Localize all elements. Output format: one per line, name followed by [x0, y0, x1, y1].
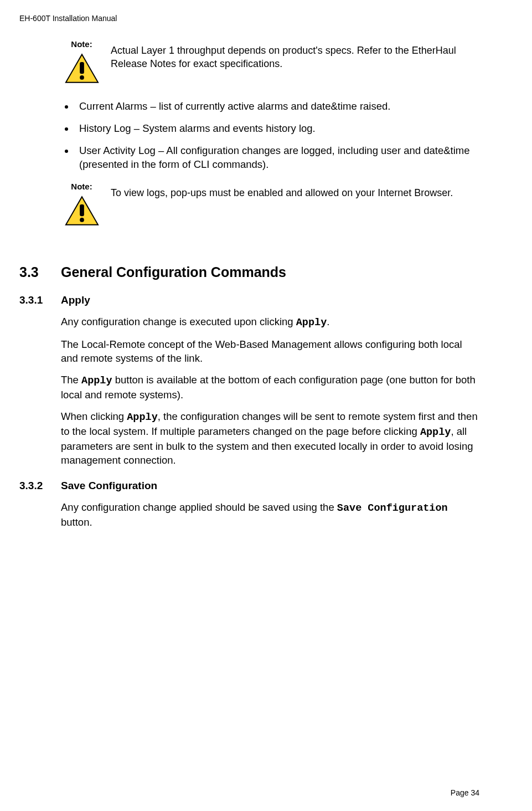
text: . — [327, 316, 329, 327]
text: Any configuration change applied should … — [61, 501, 337, 513]
warning-icon — [65, 196, 99, 228]
svg-rect-1 — [80, 62, 84, 74]
text: button. — [61, 516, 92, 528]
section-heading: 3.3 General Configuration Commands — [19, 264, 479, 280]
page-footer: Page 34 — [451, 788, 479, 797]
text: The — [61, 374, 81, 386]
subsection-title: Apply — [61, 294, 90, 306]
paragraph: The Apply button is available at the bot… — [61, 373, 479, 402]
section-number: 3.3 — [19, 264, 61, 280]
subsection-heading: 3.3.1 Apply — [19, 294, 479, 306]
text: button is available at the bottom of eac… — [61, 374, 476, 401]
list-item: Current Alarms – list of currently activ… — [75, 100, 479, 114]
note-label: Note: — [71, 39, 92, 49]
subsection-number: 3.3.1 — [19, 294, 61, 306]
code-text: Apply — [81, 375, 112, 387]
note-block-2: Note: To view logs, pop-ups must be enab… — [61, 182, 479, 228]
code-text: Apply — [420, 427, 451, 438]
warning-icon — [65, 53, 99, 86]
document-header: EH-600T Installation Manual — [19, 14, 479, 23]
subsection-number: 3.3.2 — [19, 480, 61, 492]
list-item: History Log – System alarms and events h… — [75, 122, 479, 136]
code-text: Apply — [127, 412, 158, 423]
code-text: Apply — [296, 317, 327, 328]
paragraph: The Local-Remote concept of the Web-Base… — [61, 338, 479, 366]
text: Any configuration change is executed upo… — [61, 316, 296, 327]
note-label: Note: — [71, 182, 92, 191]
subsection-title: Save Configuration — [61, 480, 157, 492]
code-text: Save Configuration — [337, 502, 448, 514]
note-text: Actual Layer 1 throughput depends on pro… — [111, 39, 479, 71]
section-title: General Configuration Commands — [61, 264, 286, 280]
note-text: To view logs, pop-ups must be enabled an… — [111, 182, 479, 199]
paragraph: Any configuration change applied should … — [61, 501, 479, 530]
paragraph: When clicking Apply, the configuration c… — [61, 410, 479, 468]
text: When clicking — [61, 410, 127, 422]
paragraph: Any configuration change is executed upo… — [61, 315, 479, 330]
svg-rect-4 — [80, 204, 84, 216]
bullet-list: Current Alarms – list of currently activ… — [19, 100, 479, 172]
svg-point-5 — [80, 218, 84, 222]
svg-point-2 — [80, 75, 84, 80]
subsection-heading: 3.3.2 Save Configuration — [19, 480, 479, 492]
list-item: User Activity Log – All configuration ch… — [75, 144, 479, 172]
note-block-1: Note: Actual Layer 1 throughput depends … — [61, 39, 479, 86]
